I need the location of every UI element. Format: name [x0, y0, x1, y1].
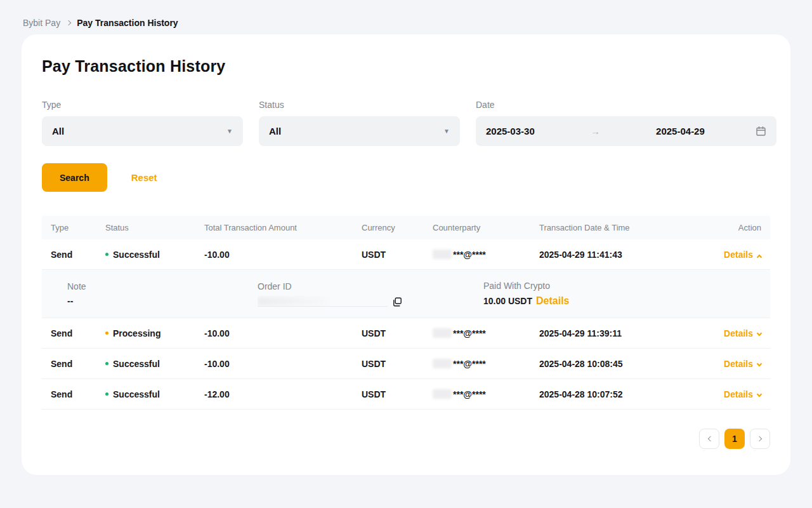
row-counterparty: ***@****	[424, 328, 530, 338]
next-page-button[interactable]	[750, 429, 770, 449]
status-text: Successful	[113, 359, 160, 369]
row-amount: -10.00	[195, 328, 353, 338]
row-currency: USDT	[353, 389, 424, 399]
row-status: Successful	[96, 250, 195, 260]
breadcrumb-chevron-icon	[66, 20, 71, 25]
status-dot-icon	[105, 392, 108, 396]
table-row: Send Processing -10.00 USDT ***@**** 202…	[42, 318, 770, 349]
row-datetime: 2025-04-29 11:39:11	[530, 328, 708, 338]
type-select[interactable]: All ▼	[42, 116, 243, 146]
details-toggle[interactable]: Details	[708, 250, 770, 260]
date-end-value[interactable]: 2025-04-29	[656, 126, 705, 137]
row-datetime: 2025-04-28 10:08:45	[530, 359, 708, 369]
header-status: Status	[96, 223, 195, 232]
table-row: Send Successful -10.00 USDT ***@**** 202…	[42, 349, 770, 379]
row-counterparty: ***@****	[424, 250, 530, 260]
previous-page-button[interactable]	[699, 429, 719, 449]
table-header-row: Type Status Total Transaction Amount Cur…	[42, 216, 770, 239]
note-value: --	[67, 296, 258, 306]
filter-actions: Search Reset	[42, 163, 770, 192]
note-section: Note --	[67, 281, 258, 306]
reset-button[interactable]: Reset	[131, 172, 157, 183]
date-range-picker[interactable]: 2025-03-30 → 2025-04-29	[476, 116, 776, 146]
date-start-value[interactable]: 2025-03-30	[486, 126, 535, 137]
redacted-counterparty-prefix	[433, 359, 452, 368]
row-counterparty: ***@****	[424, 389, 530, 399]
header-action: Action	[708, 223, 770, 232]
filters: Type All ▼ Status All ▼ Date 2025-03-30 …	[42, 100, 770, 146]
breadcrumb: Bybit Pay Pay Transaction History	[0, 0, 812, 29]
chevron-down-icon	[757, 330, 762, 335]
row-type: Send	[42, 328, 96, 338]
page-number-current[interactable]: 1	[724, 429, 745, 449]
redacted-counterparty-prefix	[433, 389, 452, 399]
row-datetime: 2025-04-29 11:41:43	[530, 250, 708, 260]
details-toggle[interactable]: Details	[708, 328, 770, 338]
header-datetime: Transaction Date & Time	[530, 223, 708, 232]
row-currency: USDT	[353, 328, 424, 338]
breadcrumb-parent-link[interactable]: Bybit Pay	[23, 18, 60, 28]
paid-details-link[interactable]: Details	[536, 295, 569, 307]
pay-history-card: Pay Transaction History Type All ▼ Statu…	[22, 34, 790, 475]
counterparty-masked: ***@****	[453, 328, 486, 338]
details-toggle[interactable]: Details	[708, 359, 770, 369]
details-toggle[interactable]: Details	[708, 389, 770, 399]
type-select-value: All	[52, 126, 64, 137]
date-range-arrow-icon: →	[591, 126, 600, 137]
row-amount: -10.00	[195, 250, 353, 260]
chevron-down-icon: ▼	[226, 128, 233, 135]
row-counterparty: ***@****	[424, 359, 530, 369]
status-dot-icon	[105, 253, 108, 256]
search-button[interactable]: Search	[42, 163, 107, 192]
paid-with-crypto-section: Paid With Crypto 10.00 USDT Details	[483, 281, 570, 307]
redacted-counterparty-prefix	[433, 250, 452, 259]
status-filter-label: Status	[259, 100, 460, 110]
status-text: Successful	[113, 389, 160, 399]
calendar-icon[interactable]	[756, 126, 766, 137]
row-type: Send	[42, 359, 96, 369]
counterparty-masked: ***@****	[453, 250, 486, 260]
row-status: Successful	[96, 359, 195, 369]
status-select[interactable]: All ▼	[259, 116, 460, 146]
paid-with-crypto-value: 10.00 USDT	[483, 296, 532, 306]
row-currency: USDT	[353, 359, 424, 369]
order-id-label: Order ID	[258, 281, 483, 291]
row-type: Send	[42, 389, 96, 399]
paid-with-crypto-label: Paid With Crypto	[483, 281, 570, 291]
counterparty-masked: ***@****	[453, 359, 486, 369]
status-select-value: All	[269, 126, 281, 137]
chevron-up-icon	[757, 254, 762, 259]
chevron-down-icon	[757, 361, 762, 366]
order-id-section: Order ID	[258, 281, 483, 307]
table-row: Send Successful -12.00 USDT ***@**** 202…	[42, 379, 770, 410]
pagination: 1	[699, 429, 770, 449]
type-filter: Type All ▼	[42, 100, 243, 146]
chevron-right-icon	[756, 436, 761, 441]
row-amount: -12.00	[195, 389, 353, 399]
row-status: Successful	[96, 389, 195, 399]
date-filter: Date 2025-03-30 → 2025-04-29	[476, 100, 776, 146]
page-title: Pay Transaction History	[42, 57, 770, 76]
counterparty-masked: ***@****	[453, 389, 486, 399]
row-amount: -10.00	[195, 359, 353, 369]
chevron-left-icon	[707, 436, 712, 441]
header-currency: Currency	[353, 223, 424, 232]
status-text: Processing	[113, 328, 160, 338]
status-dot-icon	[105, 362, 108, 365]
status-filter: Status All ▼	[259, 100, 460, 146]
row-datetime: 2025-04-28 10:07:52	[530, 389, 708, 399]
row-type: Send	[42, 250, 96, 260]
status-text: Successful	[113, 250, 160, 260]
redacted-counterparty-prefix	[433, 328, 452, 338]
header-amount: Total Transaction Amount	[195, 223, 353, 232]
redacted-order-id	[258, 296, 388, 307]
header-counterparty: Counterparty	[424, 223, 530, 232]
chevron-down-icon: ▼	[443, 128, 450, 135]
row-status: Processing	[96, 328, 195, 338]
expanded-detail-panel: Note -- Order ID Paid With Crypto	[42, 270, 770, 318]
copy-icon[interactable]	[393, 297, 402, 307]
transaction-table: Type Status Total Transaction Amount Cur…	[42, 216, 770, 410]
type-filter-label: Type	[42, 100, 243, 110]
status-dot-icon	[105, 331, 108, 335]
note-label: Note	[67, 281, 258, 291]
